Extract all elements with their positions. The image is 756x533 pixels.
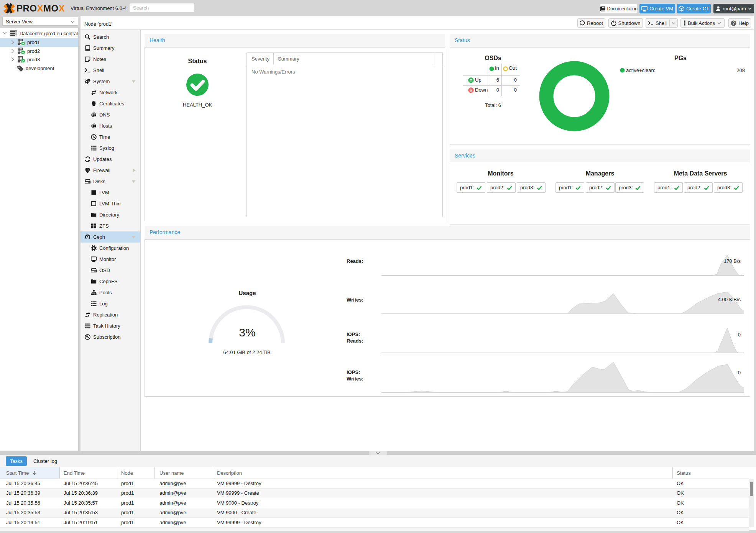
svg-text:?: ? — [732, 21, 735, 25]
